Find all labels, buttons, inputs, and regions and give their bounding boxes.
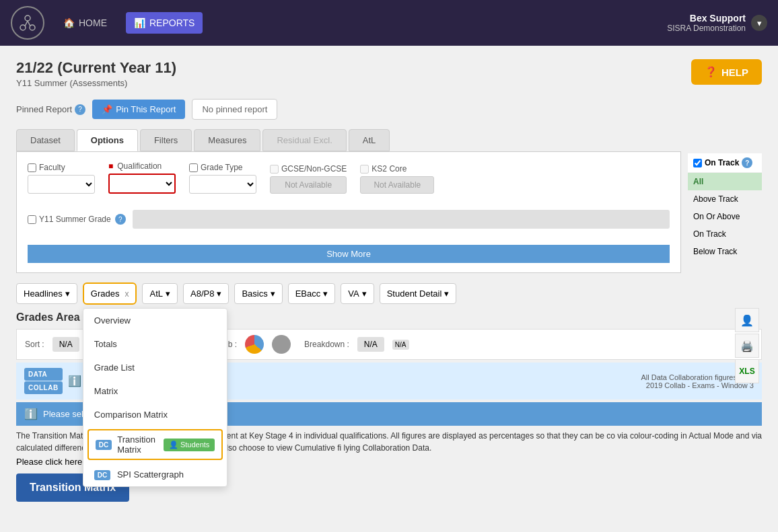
tab-options[interactable]: Options xyxy=(77,129,138,151)
gcse-unavailable: Not Available xyxy=(270,176,347,194)
ebacc-button[interactable]: EBacc ▾ xyxy=(288,283,336,304)
tab-filters[interactable]: Filters xyxy=(140,129,192,151)
gcse-label: GCSE/Non-GCSE xyxy=(270,164,347,174)
student-detail-chevron: ▾ xyxy=(444,289,449,299)
navbar-left: 🏠 HOME 📊 REPORTS xyxy=(11,6,203,40)
students-label: Students xyxy=(180,441,209,449)
spi-label: SPI Scattergraph xyxy=(117,469,184,480)
faculty-checkbox[interactable] xyxy=(28,163,36,172)
pinned-report-label: Pinned Report ? xyxy=(16,104,85,115)
sub-pie-icon[interactable] xyxy=(245,335,264,354)
print-icon-btn[interactable]: 🖨️ xyxy=(735,334,759,358)
sort-na-badge: N/A xyxy=(52,337,79,352)
faculty-select[interactable] xyxy=(28,175,95,194)
reports-button[interactable]: 📊 REPORTS xyxy=(126,12,203,34)
dropdown-item-matrix[interactable]: Matrix xyxy=(83,379,227,403)
tabs-filter-wrapper: Dataset Options Filters Measures Residua… xyxy=(16,129,762,273)
grades-close[interactable]: x xyxy=(125,289,129,299)
basics-button[interactable]: Basics ▾ xyxy=(234,283,282,304)
breakdown-label: Breakdown : xyxy=(304,340,349,349)
ks2-unavailable: Not Available xyxy=(360,176,434,194)
excel-icon: XLS xyxy=(739,367,754,376)
grade-type-filter: Grade Type xyxy=(189,163,256,194)
on-track-item-all[interactable]: All xyxy=(688,173,762,190)
dc-badge-spi: DC xyxy=(94,470,110,480)
no-pin-label: No pinned report xyxy=(202,104,267,114)
atl-button[interactable]: AtL ▾ xyxy=(142,283,178,304)
question-icon: ❓ xyxy=(705,66,717,78)
a8p8-button[interactable]: A8/P8 ▾ xyxy=(183,283,229,304)
home-button[interactable]: 🏠 HOME xyxy=(55,12,115,34)
students-button[interactable]: 👤 Students xyxy=(164,439,215,451)
svg-line-3 xyxy=(25,21,28,26)
dropdown-item-overview[interactable]: Overview xyxy=(83,309,227,332)
on-track-info-badge[interactable]: ? xyxy=(742,157,752,168)
print-icon: 🖨️ xyxy=(740,340,754,352)
data-collab-badge-group: DATA COLLAB xyxy=(24,368,63,394)
on-track-panel: On Track ? All Above Track On Or Above O… xyxy=(688,153,762,273)
grade-type-select[interactable] xyxy=(189,175,256,194)
qualification-filter: ■ Qualification xyxy=(108,161,176,194)
excel-icon-btn[interactable]: XLS xyxy=(735,359,759,383)
grades-dropdown-menu: Overview Totals Grade List Matrix Compar… xyxy=(83,308,227,487)
home-label: HOME xyxy=(79,17,107,28)
on-track-item-on-track[interactable]: On Track xyxy=(688,225,762,243)
sub-gray-icon[interactable] xyxy=(272,335,291,354)
ks2-filter: KS2 Core Not Available xyxy=(360,164,434,194)
on-track-item-on-or-above[interactable]: On Or Above xyxy=(688,208,762,225)
page-subtitle: Y11 Summer (Assessments) xyxy=(16,78,176,88)
gcse-checkbox[interactable] xyxy=(270,165,279,174)
basics-chevron: ▾ xyxy=(271,289,275,299)
dropdown-item-transition-matrix[interactable]: DC Transition Matrix 👤 Students xyxy=(87,429,223,460)
dropdown-item-totals[interactable]: Totals xyxy=(83,332,227,356)
transition-matrix-label: Transition Matrix xyxy=(117,434,155,455)
user-name: Bex Support xyxy=(667,13,746,24)
show-more-button[interactable]: Show More xyxy=(28,245,670,263)
tabs-row: Dataset Options Filters Measures Residua… xyxy=(16,129,681,151)
navbar: 🏠 HOME 📊 REPORTS Bex Support SISRA Demon… xyxy=(0,0,778,46)
help-button[interactable]: ❓ HELP xyxy=(691,59,762,85)
please-click-link[interactable]: Please click here fo xyxy=(16,457,92,467)
tab-atl[interactable]: AtL xyxy=(349,129,390,151)
grade-type-checkbox[interactable] xyxy=(189,163,198,172)
dropdown-item-comparison-matrix[interactable]: Comparison Matrix xyxy=(83,403,227,426)
on-track-item-below[interactable]: Below Track xyxy=(688,243,762,260)
student-detail-button[interactable]: Student Detail ▾ xyxy=(380,283,457,304)
info-circle-icon[interactable]: ℹ️ xyxy=(68,375,81,387)
pin-this-report-button[interactable]: 📌 Pin This Report xyxy=(92,100,185,119)
page-title: 21/22 (Current Year 11) xyxy=(16,59,176,77)
on-track-item-above[interactable]: Above Track xyxy=(688,190,762,208)
tabs-filter-main: Dataset Options Filters Measures Residua… xyxy=(16,129,681,273)
pin-icon: 📌 xyxy=(102,104,112,114)
ks2-checkbox[interactable] xyxy=(360,165,369,174)
help-label: HELP xyxy=(721,67,748,78)
tab-dataset[interactable]: Dataset xyxy=(16,129,75,151)
dropdown-item-spi-scattergraph[interactable]: DC SPI Scattergraph xyxy=(83,463,227,486)
grades-button[interactable]: Grades x xyxy=(83,282,137,305)
user-info: Bex Support SISRA Demonstration xyxy=(667,13,746,33)
ks2-label: KS2 Core xyxy=(360,164,434,174)
pinned-info-badge[interactable]: ? xyxy=(75,104,85,115)
tab-residual: Residual Excl. xyxy=(262,129,346,151)
qualification-select[interactable] xyxy=(108,174,176,194)
faculty-filter: Faculty xyxy=(28,163,95,194)
tab-measures[interactable]: Measures xyxy=(194,129,260,151)
va-button[interactable]: VA ▾ xyxy=(341,283,374,304)
on-track-title: On Track xyxy=(705,158,739,167)
on-track-checkbox[interactable] xyxy=(693,159,702,167)
y11-info-badge[interactable]: ? xyxy=(115,214,126,225)
person-icon: 👤 xyxy=(740,314,754,327)
person-icon-btn[interactable]: 👤 xyxy=(735,308,759,332)
dropdown-item-grade-list[interactable]: Grade List xyxy=(83,356,227,379)
data-badge: DATA xyxy=(24,368,63,381)
y11-grade-checkbox[interactable] xyxy=(28,215,36,224)
pinned-report-row: Pinned Report ? 📌 Pin This Report No pin… xyxy=(16,99,762,120)
svg-point-2 xyxy=(25,15,30,21)
headlines-button[interactable]: Headlines ▾ xyxy=(16,283,77,304)
atl-chevron: ▾ xyxy=(166,289,170,299)
user-org: SISRA Demonstration xyxy=(667,24,746,33)
va-chevron: ▾ xyxy=(362,289,367,299)
on-track-header: On Track ? xyxy=(688,153,762,173)
no-pinned-report-button[interactable]: No pinned report xyxy=(192,99,277,120)
user-menu-button[interactable]: ▾ xyxy=(751,15,767,31)
